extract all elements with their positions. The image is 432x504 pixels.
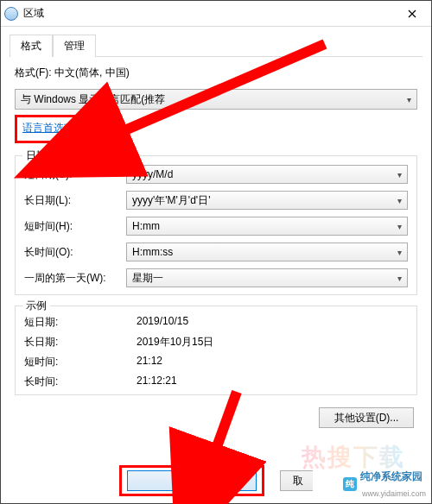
annotation-box-ok: 确定 bbox=[119, 465, 264, 496]
combo-long-time[interactable]: H:mm:ss ▾ bbox=[126, 243, 408, 261]
format-combo[interactable]: 与 Windows 显示语言匹配(推荐 ▾ bbox=[15, 89, 417, 110]
tab-strip: 格式 管理 bbox=[10, 34, 422, 56]
close-button[interactable] bbox=[392, 1, 431, 27]
chevron-down-icon: ▾ bbox=[397, 170, 402, 180]
other-settings-button[interactable]: 其他设置(D)... bbox=[319, 407, 414, 428]
combo-short-date[interactable]: yyyy/M/d ▾ bbox=[126, 165, 408, 184]
globe-icon bbox=[4, 7, 18, 21]
label-short-time: 短时间(H): bbox=[24, 219, 126, 234]
label-short-date: 短日期(S): bbox=[24, 167, 126, 182]
row-long-date: 长日期(L): yyyy'年'M'月'd'日' ▾ bbox=[24, 191, 408, 210]
watermark-logo-icon: 纯 bbox=[343, 477, 357, 491]
combo-short-time[interactable]: H:mm ▾ bbox=[126, 217, 408, 236]
row-short-time: 短时间(H): H:mm ▾ bbox=[24, 217, 408, 236]
close-icon bbox=[408, 9, 416, 18]
watermark-url: www.yidaimei.com bbox=[362, 489, 426, 498]
row-long-time: 长时间(O): H:mm:ss ▾ bbox=[24, 243, 408, 261]
combo-first-day[interactable]: 星期一 ▾ bbox=[126, 268, 408, 287]
language-preferences-link[interactable]: 语言首选项 bbox=[22, 122, 74, 134]
window-title: 区域 bbox=[23, 6, 44, 21]
format-panel: 格式(F): 中文(简体, 中国) 与 Windows 显示语言匹配(推荐 ▾ … bbox=[10, 57, 422, 428]
example-long-date: 长日期: 2019年10月15日 bbox=[24, 335, 408, 350]
titlebar: 区域 bbox=[1, 1, 431, 27]
watermark: 纯 纯净系统家园 www.yidaimei.com bbox=[343, 468, 426, 500]
format-label-row: 格式(F): 中文(简体, 中国) bbox=[15, 66, 417, 80]
chevron-down-icon: ▾ bbox=[397, 248, 402, 257]
example-short-date: 短日期: 2019/10/15 bbox=[24, 315, 408, 330]
example-short-time: 短时间: 21:12 bbox=[24, 355, 408, 369]
examples-group: 示例 短日期: 2019/10/15 长日期: 2019年10月15日 短时间:… bbox=[15, 306, 417, 395]
combo-long-date[interactable]: yyyy'年'M'月'd'日' ▾ bbox=[126, 191, 408, 210]
ok-button[interactable]: 确定 bbox=[127, 470, 257, 491]
datetime-group-title: 日期和时间格式 bbox=[22, 148, 102, 163]
cancel-button-fragment[interactable]: 取 bbox=[280, 470, 313, 491]
format-label: 格式(F): 中文(简体, 中国) bbox=[15, 66, 130, 80]
label-long-time: 长时间(O): bbox=[24, 245, 126, 260]
row-short-date: 短日期(S): yyyy/M/d ▾ bbox=[24, 165, 408, 184]
chevron-down-icon: ▾ bbox=[407, 95, 411, 104]
other-settings-row: 其他设置(D)... bbox=[15, 407, 417, 428]
tab-format[interactable]: 格式 bbox=[10, 35, 53, 57]
chevron-down-icon: ▾ bbox=[397, 274, 402, 283]
row-first-day: 一周的第一天(W): 星期一 ▾ bbox=[24, 268, 408, 287]
chevron-down-icon: ▾ bbox=[397, 196, 402, 205]
chevron-down-icon: ▾ bbox=[397, 222, 402, 231]
annotation-box-link: 语言首选项 bbox=[15, 115, 82, 143]
region-dialog: 区域 格式 管理 格式(F): 中文(简体, 中国) 与 Windows 显示语… bbox=[0, 0, 432, 504]
label-first-day: 一周的第一天(W): bbox=[24, 271, 126, 286]
datetime-format-group: 日期和时间格式 短日期(S): yyyy/M/d ▾ 长日期(L): yyyy'… bbox=[15, 155, 417, 295]
example-long-time: 长时间: 21:12:21 bbox=[24, 375, 408, 389]
watermark-brand: 纯净系统家园 bbox=[360, 470, 422, 482]
label-long-date: 长日期(L): bbox=[24, 193, 126, 208]
format-combo-value: 与 Windows 显示语言匹配(推荐 bbox=[21, 92, 165, 107]
examples-title: 示例 bbox=[22, 299, 50, 313]
client-area: 格式 管理 格式(F): 中文(简体, 中国) 与 Windows 显示语言匹配… bbox=[1, 27, 431, 503]
tab-admin[interactable]: 管理 bbox=[53, 35, 96, 57]
